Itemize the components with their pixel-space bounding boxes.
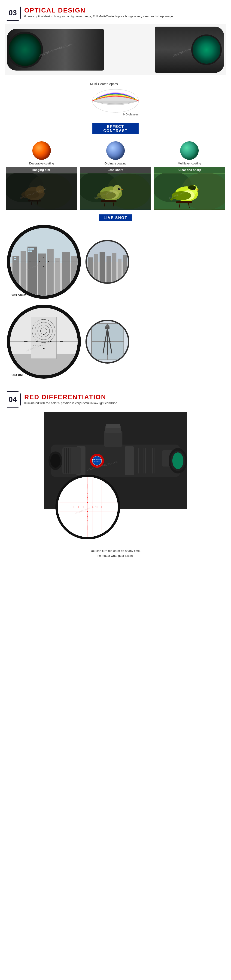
svg-rect-115 <box>104 431 122 447</box>
svg-text:DISCOVERY: DISCOVERY <box>92 459 102 460</box>
section-03: 03 OPTICAL DESIGN 6 times optical design… <box>0 0 231 121</box>
svg-rect-55 <box>28 248 30 250</box>
section-04: 04 RED DIFFERENTIATION Illuminated with … <box>0 387 231 561</box>
bird-svg-dim: DISCOVERY OPTICS Co., Ltd. <box>6 173 77 210</box>
section-title-block-04: RED DIFFERENTIATION Illuminated with red… <box>24 393 118 406</box>
svg-point-94 <box>51 341 52 342</box>
svg-point-171 <box>87 516 88 517</box>
bird-item-dim: Imaging dim <box>6 167 77 210</box>
scope-thumb-svg-2 <box>87 321 128 362</box>
optics-label: Multi-Coated optics <box>90 82 141 86</box>
scope-right-image: DISCOVERY OPTICS Co., Ltd. <box>155 27 224 73</box>
effect-contrast-section: EFFECT CONTRAST Decorative coating Ordin… <box>0 121 231 212</box>
svg-rect-54 <box>15 259 16 260</box>
shot-label-1: 20X 509M <box>11 293 26 297</box>
svg-rect-45 <box>27 247 37 296</box>
scope-big-wrap-1: DISCOVERY OPTICS Co., Ltd. 20X 509M <box>7 225 81 299</box>
scope-thumb-svg-1 <box>87 241 128 282</box>
scope-thumb-1 <box>85 240 129 284</box>
section-number-04: 04 <box>5 391 21 407</box>
svg-rect-133 <box>62 447 81 474</box>
svg-point-95 <box>43 334 44 336</box>
bird-label-less-sharp: Less sharp <box>80 167 151 173</box>
svg-rect-73 <box>88 258 93 282</box>
effect-title-wrapper: EFFECT CONTRAST <box>5 123 226 138</box>
section-desc-03: 6 times optical design bring you a big p… <box>24 14 174 19</box>
svg-rect-58 <box>28 250 30 251</box>
svg-rect-48 <box>55 258 60 296</box>
svg-rect-79 <box>123 255 127 282</box>
svg-rect-46 <box>38 253 46 296</box>
ball-label-ordinary: Ordinary coating <box>104 162 127 165</box>
reticle-svg: DISCOVERY OPTICS Co., Ltd. <box>58 477 118 537</box>
svg-text:OPTICS: OPTICS <box>95 461 100 462</box>
ball-label-multilayer: Multilayer coating <box>178 162 201 165</box>
svg-point-165 <box>97 506 98 508</box>
svg-rect-37 <box>176 201 192 203</box>
watermark-left: DISCOVERY OPTICS Co., Ltd. <box>38 42 73 57</box>
shot-label-2: 20X 8M <box>11 373 23 377</box>
reticle-view: DISCOVERY OPTICS Co., Ltd. <box>55 475 120 539</box>
section-desc-04: Illuminated with red color 5 position is… <box>24 401 118 406</box>
svg-text:1: 1 <box>33 344 34 347</box>
bird-item-clear: Clear and sharp <box>154 167 225 210</box>
svg-rect-57 <box>32 248 34 250</box>
bird-image-clear: DISCOVERY OPTICS Co., Ltd. <box>154 173 225 210</box>
bird-label-dim: Imaging dim <box>6 167 77 173</box>
ball-decorative <box>32 141 51 160</box>
svg-point-162 <box>78 506 79 508</box>
coating-balls: Decorative coating Ordinary coating Mult… <box>5 141 226 165</box>
bird-item-sharp: Less sharp <box>80 167 151 210</box>
svg-point-66 <box>39 261 40 262</box>
red-scope-container: DISCOVERY OPTICS <box>0 410 231 546</box>
ball-item-decorative: Decorative coating <box>8 141 75 165</box>
svg-rect-75 <box>100 251 105 282</box>
lens-svg <box>90 88 141 114</box>
svg-rect-51 <box>14 257 15 258</box>
scope-images-row: DISCOVERY OPTICS Co., Ltd. DISCOVERY OPT… <box>5 24 226 75</box>
svg-point-112 <box>106 324 109 327</box>
scope-interior-svg-2: 1 2 3 4 5 DISCOVERY OPTICS Co., Ltd. <box>10 308 78 375</box>
svg-rect-47 <box>47 249 54 296</box>
live-title-wrapper: LIVE SHOT <box>5 215 226 221</box>
bird-label-clear-sharp: Clear and sharp <box>154 167 225 173</box>
section-number-03: 03 <box>5 5 21 21</box>
svg-rect-23 <box>101 200 117 202</box>
svg-rect-77 <box>112 253 116 282</box>
ball-item-multilayer: Multilayer coating <box>156 141 223 165</box>
svg-point-124 <box>51 454 60 468</box>
scope-left-image: DISCOVERY OPTICS Co., Ltd. <box>7 29 104 70</box>
section-title-04: RED DIFFERENTIATION <box>24 393 118 401</box>
svg-rect-44 <box>21 251 26 296</box>
section-04-header: 04 RED DIFFERENTIATION Illuminated with … <box>0 387 231 410</box>
svg-rect-52 <box>15 257 16 258</box>
section-title-03: OPTICAL DESIGN <box>24 7 174 14</box>
scope-thumb-2 <box>85 320 129 364</box>
live-row-1: DISCOVERY OPTICS Co., Ltd. 20X 509M <box>5 225 226 299</box>
svg-rect-74 <box>94 254 98 282</box>
red-scope-image: DISCOVERY OPTICS <box>44 412 187 509</box>
svg-rect-56 <box>30 248 32 250</box>
ball-multilayer <box>180 141 199 160</box>
ball-ordinary <box>106 141 125 160</box>
svg-point-69 <box>43 266 44 267</box>
svg-point-168 <box>87 497 88 498</box>
svg-rect-117 <box>106 424 120 428</box>
svg-point-68 <box>43 257 44 258</box>
live-row-2: 1 2 3 4 5 DISCOVERY OPTICS Co., Ltd. 20X… <box>5 305 226 379</box>
svg-point-96 <box>43 348 44 349</box>
red-caption: You can turn red on or off at any time, … <box>0 546 231 561</box>
optics-diagram: Multi-Coated optics HD gla <box>5 78 226 119</box>
bird-svg-sharp: DISCOVERY OPTICS Co., Ltd. <box>80 173 151 210</box>
scope-circle-2: 1 2 3 4 5 DISCOVERY OPTICS Co., Ltd. <box>7 305 81 379</box>
live-title-bar: LIVE SHOT <box>99 215 132 221</box>
svg-rect-76 <box>106 256 111 282</box>
watermark-right: DISCOVERY OPTICS Co., Ltd. <box>172 42 207 57</box>
svg-rect-49 <box>62 252 70 296</box>
bird-image-dim: DISCOVERY OPTICS Co., Ltd. <box>6 173 77 210</box>
scope-big-wrap-2: 1 2 3 4 5 DISCOVERY OPTICS Co., Ltd. 20X… <box>7 305 81 379</box>
svg-point-128 <box>92 456 102 465</box>
svg-rect-10 <box>28 200 41 202</box>
scope-circle-1: DISCOVERY OPTICS Co., Ltd. <box>7 225 81 299</box>
ball-label-decorative: Decorative coating <box>29 162 54 165</box>
